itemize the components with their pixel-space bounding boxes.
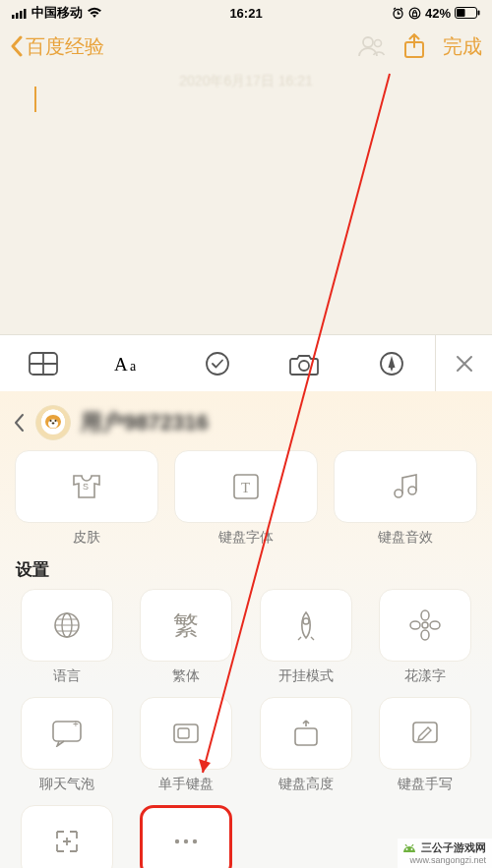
signal-icon [12, 8, 28, 19]
watermark-url: www.sangongzi.net [409, 855, 486, 865]
share-icon[interactable] [403, 33, 425, 59]
svg-point-33 [422, 622, 428, 628]
keyboard-settings-panel: 用户9872316 S 皮肤 T 键盘字体 键盘音效 设置 语言 繁繁体 开挂模… [0, 391, 492, 868]
svg-rect-43 [413, 723, 437, 742]
text-caret [34, 87, 36, 112]
battery-percent: 42% [425, 6, 451, 21]
svg-point-11 [375, 40, 382, 47]
ellipsis-icon [172, 838, 200, 845]
svg-point-35 [421, 630, 429, 640]
tile-label: 单手键盘 [158, 776, 214, 793]
svg-point-17 [299, 361, 309, 371]
tile-custom-toolbar[interactable]: 定制工具栏 [14, 805, 120, 868]
camera-button[interactable] [261, 352, 347, 376]
svg-rect-41 [178, 728, 189, 738]
watermark: 三公子游戏网 www.sangongzi.net [398, 839, 492, 868]
avatar[interactable] [35, 405, 71, 440]
status-right: 42% [392, 6, 480, 21]
svg-point-49 [406, 848, 408, 850]
text-format-button[interactable]: Aa [87, 353, 173, 375]
settings-section-title: 设置 [16, 558, 476, 581]
tile-language[interactable]: 语言 [14, 589, 120, 685]
wifi-icon [87, 7, 102, 19]
status-time: 16:21 [229, 6, 262, 21]
svg-point-29 [408, 487, 416, 494]
username-label: 用户9872316 [81, 408, 209, 437]
tile-label: 聊天气泡 [39, 776, 94, 793]
watermark-name: 三公子游戏网 [421, 841, 486, 854]
battery-icon [455, 7, 480, 19]
tile-label: 繁体 [172, 667, 200, 685]
tile-traditional[interactable]: 繁繁体 [134, 589, 240, 685]
status-left: 中国移动 [12, 4, 102, 22]
tile-skin[interactable]: S 皮肤 [14, 450, 159, 547]
svg-point-23 [54, 420, 56, 422]
svg-point-22 [49, 420, 51, 422]
svg-point-24 [52, 423, 55, 425]
svg-text:a: a [130, 359, 137, 374]
svg-line-52 [412, 844, 414, 846]
tile-keyboard-height[interactable]: 键盘高度 [253, 697, 359, 793]
more-settings-highlight [140, 805, 232, 868]
svg-text:T: T [241, 480, 250, 495]
android-icon [401, 841, 417, 855]
svg-rect-8 [457, 9, 465, 17]
svg-rect-0 [12, 15, 15, 19]
lock-icon [408, 7, 421, 20]
tile-label: 开挂模式 [278, 667, 334, 685]
checklist-button[interactable] [174, 351, 261, 376]
close-keyboard-button[interactable] [435, 335, 492, 391]
note-editor[interactable]: 2020年6月17日 16:21 [0, 67, 492, 334]
table-button[interactable] [0, 352, 87, 376]
settings-grid-1: 语言 繁繁体 开挂模式 花漾字 [14, 589, 478, 685]
svg-rect-42 [295, 728, 317, 745]
tile-onehand-keyboard[interactable]: 单手键盘 [134, 697, 240, 793]
tile-keyboard-font[interactable]: T 键盘字体 [173, 450, 319, 547]
tile-label: 键盘高度 [278, 776, 334, 793]
tile-label: 皮肤 [73, 529, 100, 547]
tile-fancy-text[interactable]: 花漾字 [373, 589, 479, 685]
svg-point-46 [193, 839, 197, 843]
svg-point-45 [184, 839, 188, 843]
back-label: 百度经验 [26, 33, 104, 60]
svg-point-10 [363, 37, 373, 47]
chevron-left-icon [10, 35, 24, 57]
svg-rect-9 [478, 11, 480, 16]
svg-point-37 [430, 621, 440, 629]
tile-gaming-mode[interactable]: 开挂模式 [253, 589, 359, 685]
done-button[interactable]: 完成 [443, 33, 482, 60]
svg-text:+: + [73, 720, 79, 729]
svg-point-28 [395, 490, 402, 497]
svg-rect-6 [412, 13, 416, 17]
svg-point-16 [207, 353, 228, 375]
tile-label: 键盘音效 [378, 529, 433, 547]
settings-grid-2: +聊天气泡 单手键盘 键盘高度 键盘手写 [14, 697, 478, 793]
tile-chat-bubble[interactable]: +聊天气泡 [14, 697, 120, 793]
appearance-row: S 皮肤 T 键盘字体 键盘音效 [14, 450, 478, 547]
alarm-icon [392, 7, 404, 20]
tile-label: 花漾字 [404, 667, 446, 685]
svg-point-36 [410, 621, 420, 629]
svg-text:A: A [114, 354, 128, 375]
svg-line-51 [405, 844, 407, 846]
editor-date: 2020年6月17日 16:21 [179, 73, 312, 90]
tile-more-settings[interactable]: 更多设置 [134, 805, 240, 868]
svg-rect-2 [20, 11, 23, 19]
markup-button[interactable] [348, 351, 435, 376]
svg-point-32 [303, 618, 309, 624]
panel-back-button[interactable] [14, 413, 26, 433]
format-toolbar: Aa [0, 334, 492, 391]
tile-label: 键盘手写 [398, 776, 453, 793]
collaborator-icon[interactable] [358, 35, 386, 57]
tile-keyboard-handwrite[interactable]: 键盘手写 [373, 697, 479, 793]
svg-text:S: S [83, 482, 89, 492]
back-button[interactable]: 百度经验 [10, 33, 358, 60]
tile-keyboard-sound[interactable]: 键盘音效 [333, 450, 478, 547]
svg-rect-1 [16, 13, 19, 19]
svg-rect-3 [24, 9, 27, 19]
panel-header: 用户9872316 [14, 391, 478, 450]
svg-point-44 [175, 839, 179, 843]
tile-label: 键盘字体 [218, 529, 274, 547]
carrier-label: 中国移动 [31, 4, 83, 22]
tile-label: 语言 [53, 667, 81, 685]
